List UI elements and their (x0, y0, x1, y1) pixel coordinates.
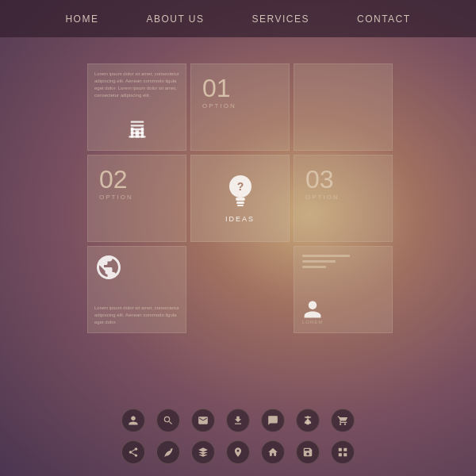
option3-number: 03 (305, 167, 334, 192)
bottom-icons-row2 (0, 440, 476, 464)
nav-home[interactable]: HOME (65, 13, 98, 25)
grid-cell-1: Lorem ipsum dolor sit amet, consectetur … (87, 63, 186, 151)
icon-grid[interactable] (331, 440, 355, 464)
option3-label: OPTION (305, 194, 340, 201)
icon-mail[interactable] (191, 409, 215, 432)
background: HOME ABOUT US SERVICES CONTACT Lorem ips… (0, 0, 476, 476)
icon-location[interactable] (226, 440, 250, 464)
building-icon (126, 118, 148, 144)
option2-label: OPTION (99, 194, 133, 201)
grid-cell-4: 02 OPTION (87, 155, 186, 242)
svg-rect-6 (236, 202, 244, 204)
grid-cell-2: 01 OPTION (190, 63, 290, 151)
icon-share[interactable] (121, 440, 145, 464)
grid-cell-6: 03 OPTION (294, 155, 393, 242)
svg-text:?: ? (236, 180, 244, 193)
line-3 (302, 266, 326, 268)
main-grid: Lorem ipsum dolor sit amet, consectetur … (87, 63, 389, 333)
grid-cell-ideas[interactable]: ? IDEAS (190, 155, 290, 242)
icon-search[interactable] (156, 409, 180, 432)
svg-rect-5 (236, 198, 245, 201)
icon-save[interactable] (296, 440, 320, 464)
globe-icon (94, 253, 123, 282)
grid-cell-7: Lorem ipsum dolor sit amet, consectetur … (87, 246, 186, 333)
line-2 (302, 260, 336, 263)
ideas-label: IDEAS (225, 215, 255, 223)
grid-cell-3 (294, 63, 393, 151)
icon-person[interactable] (121, 409, 145, 432)
svg-rect-0 (130, 128, 133, 138)
cell1-text: Lorem ipsum dolor sit amet, consectetur … (94, 71, 179, 99)
option1-label: OPTION (202, 102, 236, 109)
option1-number: 01 (202, 75, 231, 101)
cell9-label: LOREM (302, 320, 323, 324)
bottom-icons-row1 (0, 409, 476, 432)
icon-chat[interactable] (261, 409, 285, 432)
line-1 (302, 255, 350, 257)
nav-services[interactable]: SERVICES (252, 13, 309, 25)
svg-rect-7 (237, 205, 244, 206)
cell9-lines (302, 255, 350, 271)
person-icon (302, 299, 323, 320)
grid-cell-9: LOREM (294, 246, 393, 333)
icon-download[interactable] (226, 409, 250, 432)
option2-number: 02 (99, 167, 128, 192)
lightbulb-icon: ? (225, 174, 256, 212)
svg-rect-1 (140, 128, 144, 138)
icon-home[interactable] (261, 440, 285, 464)
cell7-text: Lorem ipsum dolor sit amet, consectetur … (94, 305, 179, 326)
nav-about[interactable]: ABOUT US (146, 13, 204, 25)
navigation: HOME ABOUT US SERVICES CONTACT (0, 0, 476, 37)
svg-rect-2 (135, 130, 139, 137)
icon-leaf[interactable] (156, 440, 180, 464)
icon-upload[interactable] (296, 409, 320, 432)
icon-cart[interactable] (331, 409, 355, 432)
nav-contact[interactable]: CONTACT (357, 13, 411, 25)
grid-cell-8 (190, 246, 290, 333)
icon-building-row2[interactable] (191, 440, 215, 464)
